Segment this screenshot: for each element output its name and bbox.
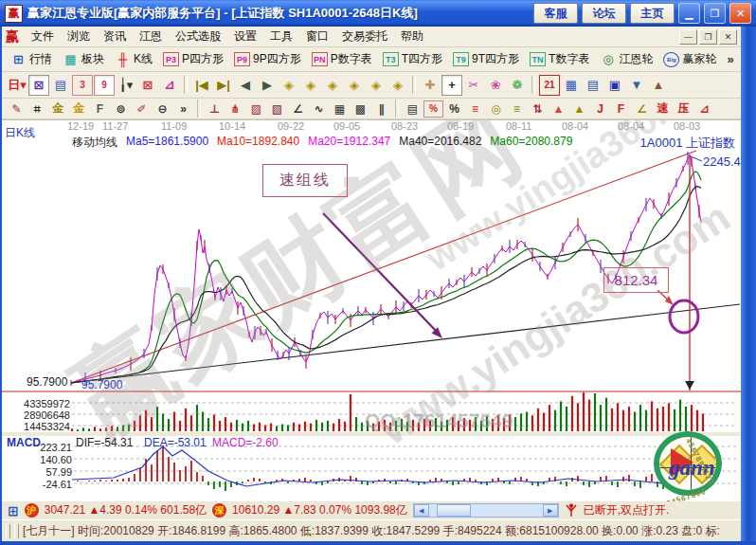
box-pattern2-button[interactable]: ▧ — [267, 100, 287, 118]
period-daily-dropdown[interactable]: 日▾ — [7, 75, 27, 96]
pressure-line-button[interactable]: 压 — [674, 100, 693, 118]
toolbar-overflow-icon[interactable]: » — [723, 52, 737, 66]
comb-tool-button[interactable]: ⌗ — [27, 100, 47, 118]
connection-status[interactable]: 已断开,双点打开. — [584, 502, 670, 518]
percent-plain-button[interactable]: % — [444, 100, 464, 118]
maximize-button[interactable]: ❐ — [704, 3, 726, 24]
spiral-tool-button[interactable]: ⊚ — [111, 100, 131, 118]
percent-lines-button[interactable]: ≡ — [465, 100, 485, 118]
grid-tool2-button[interactable]: ▩ — [351, 100, 370, 118]
grid-tool-button[interactable]: ▦ — [330, 100, 350, 118]
percent-box-button[interactable]: % — [423, 100, 443, 118]
kline-button[interactable]: ╫K线 — [111, 50, 156, 68]
horizontal-scrollbar[interactable]: ◀ ▶ — [413, 503, 559, 518]
scroll-right-icon[interactable]: ▶ — [543, 504, 558, 517]
p9-square-button[interactable]: P99P四方形 — [230, 50, 305, 68]
nav-next-button[interactable]: ▶ — [257, 75, 278, 96]
forum-button[interactable]: 论坛 — [582, 3, 626, 24]
flag-chart-button[interactable]: ⊿ — [159, 75, 180, 96]
export-button[interactable]: ▼ — [626, 75, 647, 96]
vertical-pen-button[interactable]: ⇅ — [528, 100, 548, 118]
box-pattern-button[interactable]: ▨ — [246, 100, 266, 118]
square-tool-button[interactable]: ⊿ — [694, 100, 714, 118]
anchor-tool-button[interactable]: ❀ — [485, 75, 506, 96]
menu-browse[interactable]: 浏览 — [61, 27, 97, 46]
menu-settings[interactable]: 设置 — [227, 27, 263, 46]
window-border[interactable] — [741, 27, 756, 541]
minimize-button[interactable]: ▁ — [678, 3, 700, 24]
doc-close-button[interactable]: ✕ — [719, 29, 737, 45]
triangle-overlay-button[interactable]: ▲ — [549, 100, 568, 118]
crosshair-tool-button[interactable]: + — [441, 75, 462, 96]
quote-grid-icon[interactable]: ⊞ — [8, 503, 19, 518]
diamond-full-button[interactable]: ◈ — [387, 75, 408, 96]
homepage-button[interactable]: 主页 — [630, 3, 675, 24]
grip-handle[interactable] — [6, 524, 10, 538]
grid-3-chart-button[interactable]: 3 — [72, 75, 93, 96]
quotes-button[interactable]: ⊞行情 — [7, 50, 56, 68]
ellipse-tool-button[interactable]: ⊖ — [153, 100, 172, 118]
calendar-button[interactable]: 21 — [539, 75, 560, 96]
pen-ruler-button[interactable]: ✐ — [132, 100, 152, 118]
gann-wheel-button[interactable]: ◎江恩轮 — [596, 50, 657, 68]
price-ruler-button[interactable]: ▤ — [403, 100, 423, 118]
notes-button[interactable]: ▤ — [583, 75, 603, 96]
customer-service-button[interactable]: 客服 — [533, 3, 578, 24]
gold-comb-button[interactable]: 金 — [48, 100, 68, 118]
diamond-expand-button[interactable]: ◈ — [366, 75, 387, 96]
menu-trade[interactable]: 交易委托 — [335, 27, 394, 46]
pen-tool-button[interactable]: ✎ — [7, 100, 27, 118]
angle-tool-button[interactable]: ✂ — [463, 75, 484, 96]
kline-chart-panel[interactable]: 赢家财富网 www.yingjia360.com www.yingjia360.… — [2, 119, 741, 501]
doc-minimize-button[interactable]: — — [679, 29, 697, 45]
menu-formula[interactable]: 公式选股 — [169, 27, 227, 46]
parallel-lines-button[interactable]: ∥ — [371, 100, 391, 118]
j-line-button[interactable]: J — [590, 100, 610, 118]
menu-help[interactable]: 帮助 — [394, 27, 430, 46]
nav-prev-button[interactable]: ◀ — [235, 75, 256, 96]
p-number-button[interactable]: PNP数字表 — [308, 50, 376, 68]
f-line-button[interactable]: F — [611, 100, 631, 118]
angle-lines-button[interactable]: ∠ — [288, 100, 308, 118]
menu-window[interactable]: 窗口 — [299, 27, 335, 46]
gold-lines-button[interactable]: ≡ — [507, 100, 527, 118]
nav-last-button[interactable]: ▶| — [213, 75, 234, 96]
diamond-right-button[interactable]: ◈ — [300, 75, 321, 96]
zigzag-lines-button[interactable]: ∿ — [309, 100, 329, 118]
gold-triangle-button[interactable]: ▲ — [569, 100, 589, 118]
menu-tools[interactable]: 工具 — [263, 27, 299, 46]
doc-restore-button[interactable]: ❐ — [699, 29, 717, 45]
candle-style-dropdown[interactable]: ╽▾ — [116, 75, 136, 96]
scroll-left-icon[interactable]: ◀ — [414, 504, 429, 517]
pillar-line-button[interactable]: ⊥ — [205, 100, 225, 118]
menu-file[interactable]: 文件 — [25, 27, 61, 46]
t-square-button[interactable]: T3T四方形 — [379, 50, 446, 68]
menu-gann[interactable]: 江恩 — [133, 27, 169, 46]
save-button[interactable]: ▣ — [604, 75, 625, 96]
more-draw-tools[interactable]: » — [173, 100, 193, 118]
f-comb-button[interactable]: F — [90, 100, 110, 118]
winner-wheel-button[interactable]: Big赢家轮 — [659, 50, 720, 68]
gold-comb2-button[interactable]: 金 — [69, 100, 89, 118]
t9-square-button[interactable]: T99T四方形 — [449, 50, 523, 68]
diamond-compress-button[interactable]: ◈ — [344, 75, 365, 96]
calculator-button[interactable]: ▦ — [561, 75, 582, 96]
t-number-button[interactable]: TNT数字表 — [526, 50, 593, 68]
info-document-button[interactable]: ▤ — [50, 75, 71, 96]
grip-handle[interactable] — [14, 524, 19, 538]
pattern-red-button[interactable]: ⊠ — [137, 75, 158, 96]
grid-9-chart-button[interactable]: 9 — [94, 75, 115, 96]
close-button[interactable]: ✕ — [729, 3, 751, 24]
anchor-green-button[interactable]: ❁ — [507, 75, 528, 96]
nav-first-button[interactable]: |◀ — [191, 75, 212, 96]
gold-angle-button[interactable]: ∠ — [632, 100, 652, 118]
gold-circle-button[interactable]: ◎ — [486, 100, 506, 118]
hand-tool-button[interactable]: ✚ — [420, 75, 441, 96]
import-button[interactable]: ▲ — [648, 75, 669, 96]
speed-line-button[interactable]: 速 — [653, 100, 673, 118]
menu-news[interactable]: 资讯 — [97, 27, 133, 46]
layout-pattern-button[interactable]: ⊠ — [28, 75, 49, 96]
p-square-button[interactable]: P3P四方形 — [159, 50, 227, 68]
sectors-button[interactable]: ▦板块 — [59, 50, 108, 68]
diamond-both-button[interactable]: ◈ — [322, 75, 343, 96]
